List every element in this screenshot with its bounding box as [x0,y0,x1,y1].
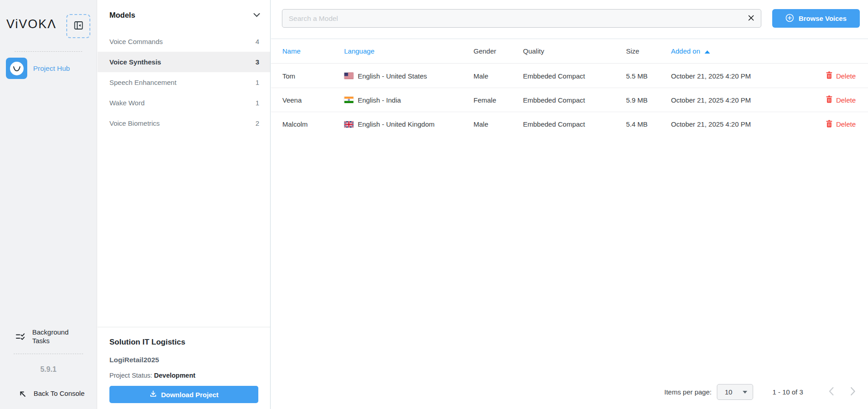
menu-item-count: 1 [256,79,259,86]
cell-actions: Delete [801,71,856,80]
delete-button[interactable]: Delete [826,95,856,104]
search-box [282,9,761,28]
cell-quality: Embbeded Compact [523,96,626,104]
cell-name: Malcolm [282,120,344,128]
menu-item-count: 2 [256,119,259,127]
chevron-right-icon [850,387,856,397]
select-caret-icon [743,391,747,394]
sidebar-divider-bottom [14,354,83,354]
cell-added-on: October 21, 2025 4:20 PM [671,96,801,104]
back-to-console-button[interactable]: Back To Console [34,389,84,397]
vivoka-logo: ViVOKΛ [6,17,57,31]
project-status-value: Development [154,372,195,379]
cell-actions: Delete [801,95,856,104]
cell-gender: Male [473,72,523,80]
menu-item-wake-word[interactable]: Wake Word 1 [98,93,270,113]
next-page-button[interactable] [850,387,856,397]
models-panel: Models Voice Commands 4 Voice Synthesis … [98,0,271,409]
cell-size: 5.4 MB [626,120,671,128]
menu-item-speech-enhancement[interactable]: Speech Enhancement 1 [98,72,270,93]
models-menu: Voice Commands 4 Voice Synthesis 3 Speec… [98,31,270,133]
menu-item-count: 1 [256,99,259,107]
table-body: Tom English - United States Male Embbede… [271,64,868,136]
column-header-label: Name [282,47,301,55]
collapse-sidebar-button[interactable] [66,14,90,38]
main-content: Browse Voices NameLanguageGenderQualityS… [271,0,868,409]
cell-size: 5.5 MB [626,72,671,80]
items-per-page-label: Items per page: [664,388,711,396]
column-header-label: Quality [523,47,544,55]
column-header-quality: Quality [523,47,626,55]
column-header-label: Added on [671,47,700,55]
cell-size: 5.9 MB [626,96,671,104]
cell-added-on: October 21, 2025 4:20 PM [671,120,801,128]
cell-gender: Female [473,96,523,104]
language-label: English - United States [358,72,427,80]
delete-button[interactable]: Delete [826,71,856,80]
sort-ascending-icon[interactable] [705,50,710,54]
table-row-veena: Veena English - India Female Embbeded Co… [271,88,868,112]
column-header-language[interactable]: Language [344,47,473,55]
download-project-label: Download Project [161,391,219,399]
items-per-page-value: 10 [725,388,732,396]
download-project-button[interactable]: Download Project [109,386,258,403]
previous-page-button[interactable] [829,387,834,397]
column-header-name[interactable]: Name [282,47,344,55]
language-label: English - India [358,96,401,104]
search-input[interactable] [282,9,761,28]
pagination-bar: Items per page: 10 1 - 10 of 3 [664,384,856,400]
solution-title: Solution IT Logistics [109,338,258,347]
column-header-label: Size [626,47,639,55]
cell-language: English - India [344,96,473,104]
column-header-label: Language [344,47,375,55]
menu-item-label: Voice Commands [109,38,163,45]
menu-item-count: 3 [256,58,259,66]
menu-item-voice-biometrics[interactable]: Voice Biometrics 2 [98,113,270,133]
menu-item-label: Wake Word [109,99,145,107]
trash-icon [826,71,833,80]
cell-gender: Male [473,120,523,128]
cell-actions: Delete [801,120,856,129]
left-sidebar: ViVOKΛ Project Hub [0,0,97,409]
menu-item-label: Voice Synthesis [109,58,161,66]
gb-flag-icon [344,121,354,128]
cell-quality: Embbeded Compact [523,120,626,128]
table-row-tom: Tom English - United States Male Embbede… [271,64,868,88]
browse-voices-button[interactable]: Browse Voices [772,9,860,28]
download-icon [149,390,157,399]
chevron-down-icon[interactable] [253,11,260,19]
clear-search-button[interactable] [743,11,759,26]
menu-item-count: 4 [256,38,259,45]
menu-item-voice-commands[interactable]: Voice Commands 4 [98,31,270,52]
cell-language: English - United States [344,72,473,80]
plus-circle-icon [785,14,794,24]
language-label: English - United Kingdom [358,120,434,128]
delete-label: Delete [836,96,856,104]
cell-language: English - United Kingdom [344,120,473,128]
sidebar-item-background-tasks[interactable]: Background Tasks [32,328,78,345]
background-tasks-icon [15,332,25,343]
project-summary-panel: Solution IT Logistics LogiRetail2025 Pro… [98,327,270,409]
menu-item-voice-synthesis[interactable]: Voice Synthesis 3 [98,52,270,72]
delete-button[interactable]: Delete [826,120,856,129]
in-flag-icon [344,97,354,103]
app-version: 5.9.1 [0,365,97,374]
browse-voices-label: Browse Voices [799,15,847,22]
cell-name: Tom [282,72,344,80]
close-icon [748,15,755,23]
sidebar-item-project-hub[interactable]: Project Hub [33,64,70,73]
models-panel-header[interactable]: Models [109,9,260,21]
sidebar-divider-top [15,51,82,52]
items-per-page-select[interactable]: 10 [717,384,753,400]
panel-collapse-icon [73,20,84,32]
menu-item-label: Speech Enhancement [109,79,177,86]
project-hub-icon[interactable] [6,58,27,79]
delete-label: Delete [836,120,856,128]
trash-icon [826,95,833,104]
project-status: Project Status:Development [109,372,258,379]
trash-icon [826,120,833,129]
delete-label: Delete [836,72,856,80]
cell-added-on: October 21, 2025 4:20 PM [671,72,801,80]
column-header-added_on[interactable]: Added on [671,47,801,55]
table-row-malcolm: Malcolm English - United Kingdom Male Em… [271,112,868,136]
